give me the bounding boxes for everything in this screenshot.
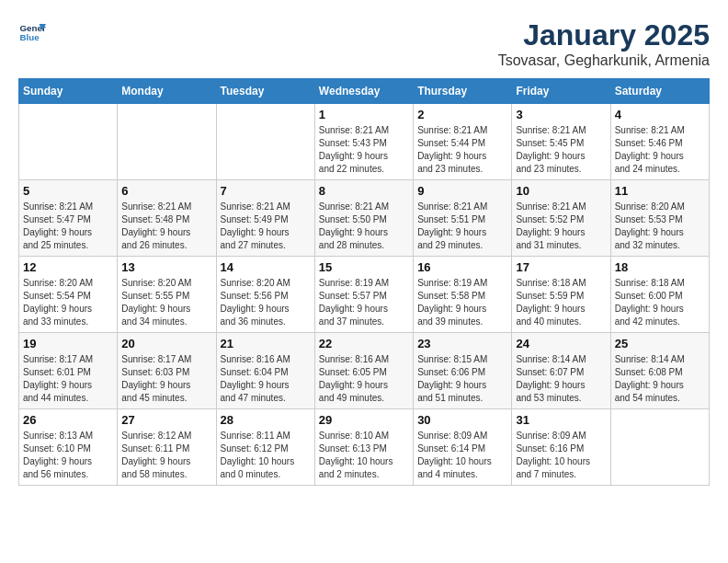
day-info: Sunrise: 8:19 AM Sunset: 5:58 PM Dayligh… [417,277,507,328]
day-info: Sunrise: 8:21 AM Sunset: 5:47 PM Dayligh… [23,201,113,252]
day-number: 26 [23,413,113,427]
day-info: Sunrise: 8:10 AM Sunset: 6:13 PM Dayligh… [319,430,409,481]
calendar-cell: 17Sunrise: 8:18 AM Sunset: 5:59 PM Dayli… [512,257,610,333]
calendar-cell: 15Sunrise: 8:19 AM Sunset: 5:57 PM Dayli… [314,257,413,333]
calendar-cell: 8Sunrise: 8:21 AM Sunset: 5:50 PM Daylig… [314,180,413,257]
day-number: 12 [23,260,113,274]
day-info: Sunrise: 8:20 AM Sunset: 5:56 PM Dayligh… [221,277,311,328]
day-number: 22 [319,337,409,350]
day-info: Sunrise: 8:14 AM Sunset: 6:08 PM Dayligh… [615,353,705,405]
day-info: Sunrise: 8:16 AM Sunset: 6:05 PM Dayligh… [319,353,409,405]
calendar-table: SundayMondayTuesdayWednesdayThursdayFrid… [18,78,710,486]
day-number: 28 [221,413,311,427]
calendar-cell: 27Sunrise: 8:12 AM Sunset: 6:11 PM Dayli… [118,409,216,486]
day-number: 21 [221,337,311,350]
day-header-friday: Friday [512,79,610,104]
day-info: Sunrise: 8:11 AM Sunset: 6:12 PM Dayligh… [221,430,311,481]
day-info: Sunrise: 8:20 AM Sunset: 5:55 PM Dayligh… [121,277,211,328]
calendar-cell: 10Sunrise: 8:21 AM Sunset: 5:52 PM Dayli… [512,180,610,257]
week-row-3: 12Sunrise: 8:20 AM Sunset: 5:54 PM Dayli… [19,257,710,333]
calendar-cell: 9Sunrise: 8:21 AM Sunset: 5:51 PM Daylig… [414,180,512,257]
day-info: Sunrise: 8:21 AM Sunset: 5:44 PM Dayligh… [417,124,507,176]
day-info: Sunrise: 8:09 AM Sunset: 6:16 PM Dayligh… [516,430,606,481]
logo-icon: General Blue [18,18,46,46]
calendar-cell: 26Sunrise: 8:13 AM Sunset: 6:10 PM Dayli… [19,409,118,486]
day-header-saturday: Saturday [610,79,709,104]
week-row-1: 1Sunrise: 8:21 AM Sunset: 5:43 PM Daylig… [19,104,710,180]
day-number: 19 [23,337,113,350]
day-number: 14 [221,260,311,274]
calendar-cell: 7Sunrise: 8:21 AM Sunset: 5:49 PM Daylig… [216,180,314,257]
calendar-cell: 31Sunrise: 8:09 AM Sunset: 6:16 PM Dayli… [512,409,610,486]
day-number: 16 [417,260,507,274]
day-number: 11 [615,184,705,198]
calendar-cell: 13Sunrise: 8:20 AM Sunset: 5:55 PM Dayli… [118,257,216,333]
calendar-cell: 6Sunrise: 8:21 AM Sunset: 5:48 PM Daylig… [118,180,216,257]
calendar-cell: 3Sunrise: 8:21 AM Sunset: 5:45 PM Daylig… [512,104,610,180]
day-info: Sunrise: 8:20 AM Sunset: 5:53 PM Dayligh… [615,201,705,252]
day-number: 7 [221,184,311,198]
day-info: Sunrise: 8:16 AM Sunset: 6:04 PM Dayligh… [221,353,311,405]
logo: General Blue [18,18,46,46]
day-number: 8 [319,184,409,198]
day-number: 10 [516,184,606,198]
calendar-subtitle: Tsovasar, Gegharkunik, Armenia [498,52,710,69]
calendar-cell: 23Sunrise: 8:15 AM Sunset: 6:06 PM Dayli… [414,333,512,409]
day-info: Sunrise: 8:20 AM Sunset: 5:54 PM Dayligh… [23,277,113,328]
calendar-cell: 2Sunrise: 8:21 AM Sunset: 5:44 PM Daylig… [414,104,512,180]
day-header-wednesday: Wednesday [314,79,413,104]
day-info: Sunrise: 8:21 AM Sunset: 5:45 PM Dayligh… [516,124,606,176]
day-info: Sunrise: 8:09 AM Sunset: 6:14 PM Dayligh… [417,430,507,481]
day-info: Sunrise: 8:12 AM Sunset: 6:11 PM Dayligh… [121,430,211,481]
calendar-cell: 16Sunrise: 8:19 AM Sunset: 5:58 PM Dayli… [414,257,512,333]
day-number: 15 [319,260,409,274]
calendar-cell: 14Sunrise: 8:20 AM Sunset: 5:56 PM Dayli… [216,257,314,333]
day-number: 9 [417,184,507,198]
day-header-thursday: Thursday [414,79,512,104]
calendar-cell: 18Sunrise: 8:18 AM Sunset: 6:00 PM Dayli… [610,257,709,333]
calendar-cell: 28Sunrise: 8:11 AM Sunset: 6:12 PM Dayli… [216,409,314,486]
day-info: Sunrise: 8:21 AM Sunset: 5:50 PM Dayligh… [319,201,409,252]
day-info: Sunrise: 8:17 AM Sunset: 6:03 PM Dayligh… [121,353,211,405]
day-info: Sunrise: 8:21 AM Sunset: 5:49 PM Dayligh… [221,201,311,252]
day-number: 5 [23,184,113,198]
day-info: Sunrise: 8:17 AM Sunset: 6:01 PM Dayligh… [23,353,113,405]
day-header-sunday: Sunday [19,79,118,104]
calendar-cell: 4Sunrise: 8:21 AM Sunset: 5:46 PM Daylig… [610,104,709,180]
page-header: General Blue January 2025 Tsovasar, Gegh… [18,18,710,69]
calendar-cell: 5Sunrise: 8:21 AM Sunset: 5:47 PM Daylig… [19,180,118,257]
calendar-cell: 25Sunrise: 8:14 AM Sunset: 6:08 PM Dayli… [610,333,709,409]
day-info: Sunrise: 8:14 AM Sunset: 6:07 PM Dayligh… [516,353,606,405]
day-number: 2 [417,108,507,121]
day-info: Sunrise: 8:21 AM Sunset: 5:51 PM Dayligh… [417,201,507,252]
calendar-cell: 22Sunrise: 8:16 AM Sunset: 6:05 PM Dayli… [314,333,413,409]
calendar-title: January 2025 [498,18,710,52]
day-number: 13 [121,260,211,274]
calendar-cell: 24Sunrise: 8:14 AM Sunset: 6:07 PM Dayli… [512,333,610,409]
day-header-tuesday: Tuesday [216,79,314,104]
calendar-cell [610,409,709,486]
week-row-5: 26Sunrise: 8:13 AM Sunset: 6:10 PM Dayli… [19,409,710,486]
calendar-cell: 12Sunrise: 8:20 AM Sunset: 5:54 PM Dayli… [19,257,118,333]
svg-text:Blue: Blue [20,32,40,42]
day-number: 17 [516,260,606,274]
day-number: 23 [417,337,507,350]
day-info: Sunrise: 8:18 AM Sunset: 6:00 PM Dayligh… [615,277,705,328]
week-row-4: 19Sunrise: 8:17 AM Sunset: 6:01 PM Dayli… [19,333,710,409]
calendar-cell [19,104,118,180]
calendar-cell [118,104,216,180]
day-number: 27 [121,413,211,427]
day-number: 30 [417,413,507,427]
week-row-2: 5Sunrise: 8:21 AM Sunset: 5:47 PM Daylig… [19,180,710,257]
day-info: Sunrise: 8:19 AM Sunset: 5:57 PM Dayligh… [319,277,409,328]
day-number: 31 [516,413,606,427]
calendar-cell: 21Sunrise: 8:16 AM Sunset: 6:04 PM Dayli… [216,333,314,409]
calendar-cell: 30Sunrise: 8:09 AM Sunset: 6:14 PM Dayli… [414,409,512,486]
calendar-cell: 11Sunrise: 8:20 AM Sunset: 5:53 PM Dayli… [610,180,709,257]
calendar-cell [216,104,314,180]
day-info: Sunrise: 8:21 AM Sunset: 5:48 PM Dayligh… [121,201,211,252]
day-number: 18 [615,260,705,274]
day-number: 29 [319,413,409,427]
day-header-monday: Monday [118,79,216,104]
day-number: 4 [615,108,705,121]
